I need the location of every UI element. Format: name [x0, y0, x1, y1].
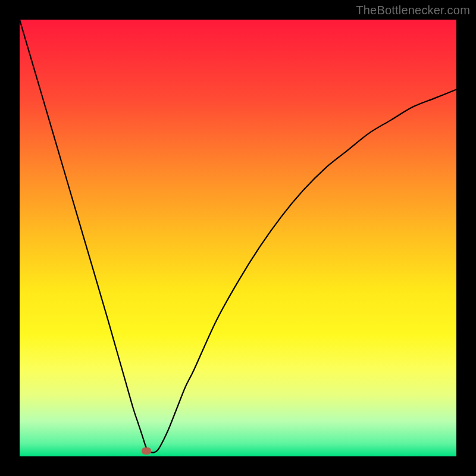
chart-frame: TheBottlenecker.com	[0, 0, 476, 476]
plot-area	[20, 20, 456, 456]
optimum-marker	[142, 447, 151, 455]
attribution-text: TheBottlenecker.com	[356, 4, 470, 17]
